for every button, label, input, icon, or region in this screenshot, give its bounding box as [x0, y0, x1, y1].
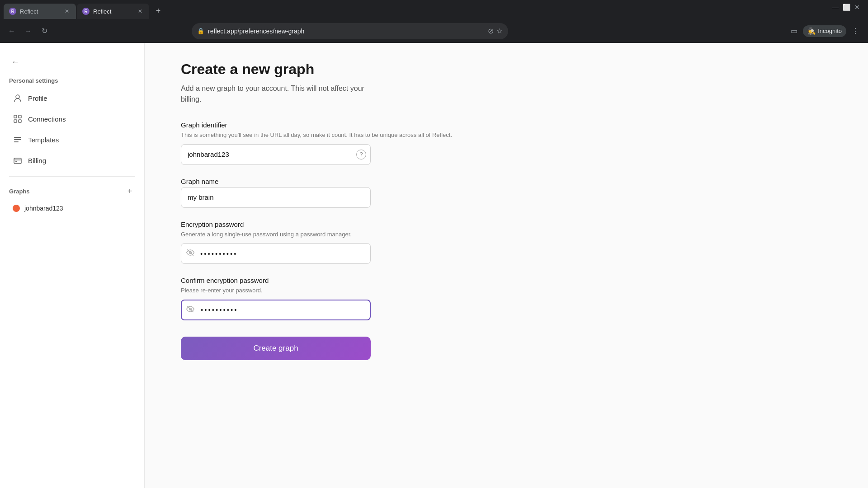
svg-rect-1 [14, 115, 17, 118]
sidebar-item-templates[interactable]: Templates [4, 130, 141, 149]
svg-rect-4 [19, 120, 21, 122]
sidebar-divider [9, 176, 135, 177]
billing-icon [13, 155, 23, 165]
help-icon[interactable]: ? [356, 150, 366, 160]
eye-toggle-icon-1[interactable] [186, 249, 194, 258]
confirm-password-section: Confirm encryption password Please re-en… [181, 277, 832, 320]
graph-identifier-hint: This is something you'll see in the URL … [181, 131, 832, 140]
tab-favicon-2: R [82, 8, 90, 15]
tab-close-2[interactable]: ✕ [137, 8, 144, 15]
svg-point-0 [16, 95, 19, 99]
sidebar-item-label-connections: Connections [28, 115, 66, 123]
new-tab-button[interactable]: + [152, 5, 165, 17]
browser-tab-1[interactable]: R Reflect ✕ [4, 4, 76, 19]
main-content: Create a new graph Add a new graph to yo… [145, 43, 868, 488]
eye-toggle-icon-2[interactable] [186, 305, 194, 315]
svg-rect-2 [19, 115, 21, 118]
add-graph-button[interactable]: + [124, 186, 135, 197]
minimize-button[interactable]: — [832, 4, 839, 11]
sidebar: ← Personal settings Profile Con [0, 43, 145, 488]
tab-close-1[interactable]: ✕ [63, 8, 71, 15]
svg-rect-10 [15, 161, 17, 162]
window-controls: — ⬜ ✕ [832, 4, 861, 11]
page-subtitle: Add a new graph to your account. This wi… [181, 83, 384, 105]
address-bar-url: reflect.app/preferences/new-graph [208, 28, 484, 35]
incognito-label: Incognito [818, 28, 842, 34]
svg-rect-3 [14, 120, 17, 122]
profile-icon [13, 93, 23, 103]
confirm-password-wrap [181, 300, 371, 320]
back-button[interactable]: ← [7, 54, 24, 70]
tab-favicon-1: R [9, 8, 16, 15]
browser-tab-2[interactable]: R Reflect ✕ [77, 4, 149, 19]
encryption-password-hint: Generate a long single-use password usin… [181, 230, 832, 239]
svg-rect-6 [14, 139, 21, 140]
refresh-button[interactable]: ↻ [38, 25, 51, 38]
page-title: Create a new graph [181, 61, 832, 78]
eye-strikethrough-icon: ⊘ [488, 27, 494, 35]
svg-rect-8 [14, 158, 21, 164]
svg-rect-5 [14, 137, 21, 138]
lock-icon: 🔒 [197, 28, 204, 34]
back-nav-button[interactable]: ← [5, 25, 18, 38]
encryption-password-wrap [181, 243, 371, 264]
svg-rect-7 [14, 141, 19, 142]
star-icon[interactable]: ☆ [496, 27, 503, 35]
graphs-label: Graphs [9, 188, 30, 195]
create-graph-button[interactable]: Create graph [181, 337, 371, 360]
graph-dot [13, 205, 20, 212]
graph-item-label: johnbarad123 [24, 205, 63, 212]
templates-icon [13, 135, 23, 145]
tab-title-2: Reflect [93, 8, 133, 15]
graph-name-section: Graph name [181, 178, 832, 208]
sidebar-item-connections[interactable]: Connections [4, 109, 141, 128]
incognito-icon: 🕵 [807, 27, 816, 35]
back-icon: ← [11, 57, 19, 67]
sidebar-item-profile[interactable]: Profile [4, 89, 141, 108]
encryption-password-input[interactable] [181, 243, 371, 264]
confirm-password-hint: Please re-enter your password. [181, 286, 832, 295]
sidebar-item-label-profile: Profile [28, 94, 47, 102]
connections-icon [13, 114, 23, 124]
personal-settings-label: Personal settings [0, 77, 144, 88]
incognito-badge: 🕵 Incognito [803, 25, 846, 37]
close-button[interactable]: ✕ [854, 4, 861, 11]
graph-identifier-label: Graph identifier [181, 121, 832, 129]
graph-name-wrap [181, 187, 371, 208]
sidebar-item-billing[interactable]: Billing [4, 151, 141, 170]
graph-identifier-wrap: ? [181, 144, 371, 165]
address-bar[interactable]: 🔒 reflect.app/preferences/new-graph ⊘ ☆ [192, 23, 508, 39]
sidebar-item-label-billing: Billing [28, 157, 46, 164]
sidebar-item-label-templates: Templates [28, 136, 59, 144]
graph-name-input[interactable] [181, 187, 371, 208]
graph-name-label: Graph name [181, 178, 832, 185]
confirm-password-label: Confirm encryption password [181, 277, 832, 284]
graphs-section-header: Graphs + [0, 182, 144, 200]
forward-nav-button[interactable]: → [22, 25, 34, 38]
graph-identifier-input[interactable] [181, 144, 371, 165]
encryption-password-section: Encryption password Generate a long sing… [181, 221, 832, 264]
sidebar-toggle-button[interactable]: ▭ [787, 24, 801, 38]
more-options-button[interactable]: ⋮ [848, 24, 863, 38]
confirm-password-input[interactable] [181, 300, 371, 320]
encryption-password-label: Encryption password [181, 221, 832, 228]
tab-title-1: Reflect [20, 8, 60, 15]
graph-item-johnbarad123[interactable]: johnbarad123 [4, 201, 141, 216]
graph-identifier-section: Graph identifier This is something you'l… [181, 121, 832, 165]
maximize-button[interactable]: ⬜ [843, 4, 850, 11]
